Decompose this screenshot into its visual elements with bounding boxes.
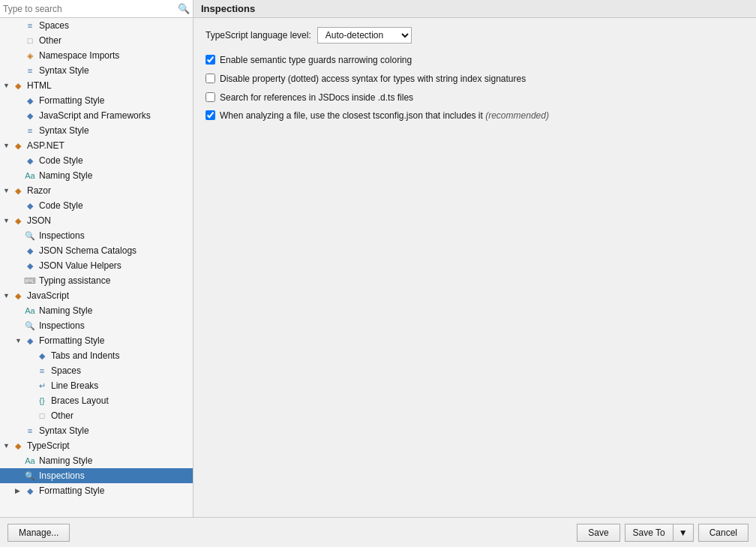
- search-input[interactable]: [3, 4, 176, 14]
- tree-label-spaces2: Spaces: [51, 365, 81, 376]
- tree-toggle-aspnet: ▼: [3, 142, 12, 149]
- tree-item-formatting-style2[interactable]: ▼◆Formatting Style: [0, 333, 193, 348]
- save-button[interactable]: Save: [577, 524, 620, 542]
- checkbox-label-cb1: Enable semantic type guards narrowing co…: [220, 54, 412, 67]
- tree-label-inspections3: Inspections: [39, 470, 85, 481]
- tree-item-aspnet[interactable]: ▼◆ASP.NET: [0, 138, 193, 153]
- tree-icon-json-value: ◆: [24, 260, 36, 272]
- tree-item-js-frameworks[interactable]: ◆JavaScript and Frameworks: [0, 108, 193, 123]
- tree-label-naming-style3: Naming Style: [39, 455, 92, 466]
- tree-item-formatting-style3[interactable]: ▶◆Formatting Style: [0, 483, 193, 498]
- tree-label-js-frameworks: JavaScript and Frameworks: [39, 110, 151, 121]
- tree-item-naming-style2[interactable]: AaNaming Style: [0, 303, 193, 318]
- tree-label-code-style2: Code Style: [39, 200, 83, 211]
- search-icon: 🔍: [178, 3, 190, 14]
- tree-icon-other1: □: [24, 35, 36, 47]
- tree-icon-json: ◆: [12, 215, 24, 227]
- tree-icon-formatting-style2: ◆: [24, 335, 36, 347]
- tree-item-typescript[interactable]: ▼◆TypeScript: [0, 438, 193, 453]
- tree-item-other2[interactable]: □Other: [0, 408, 193, 423]
- tree-label-formatting-style2: Formatting Style: [39, 335, 104, 346]
- tree-label-naming-style2: Naming Style: [39, 305, 92, 316]
- tree-item-line-breaks[interactable]: ↵Line Breaks: [0, 378, 193, 393]
- tree-icon-javascript: ◆: [12, 290, 24, 302]
- tree-item-javascript[interactable]: ▼◆JavaScript: [0, 288, 193, 303]
- right-panel: Inspections TypeScript language level: A…: [194, 0, 756, 517]
- tree-icon-razor: ◆: [12, 185, 24, 197]
- tree-label-typescript: TypeScript: [27, 440, 70, 451]
- save-to-arrow-button[interactable]: ▼: [673, 524, 694, 542]
- tree-label-syntax-style3: Syntax Style: [39, 425, 89, 436]
- tree-toggle-html: ▼: [3, 82, 12, 89]
- tree-label-typing: Typing assistance: [39, 275, 110, 286]
- tree-icon-typescript: ◆: [12, 440, 24, 452]
- tree-label-ns-imports: Namespace Imports: [39, 50, 119, 61]
- tree-item-spaces2[interactable]: ≡Spaces: [0, 363, 193, 378]
- checkbox-cb1[interactable]: [206, 55, 215, 65]
- tree-item-naming-style1[interactable]: AaNaming Style: [0, 168, 193, 183]
- tree-item-inspections3[interactable]: 🔍Inspections: [0, 468, 193, 483]
- lang-level-row: TypeScript language level: Auto-detectio…: [206, 27, 744, 44]
- tree-label-other1: Other: [39, 35, 62, 46]
- tree-item-razor[interactable]: ▼◆Razor: [0, 183, 193, 198]
- checkbox-row-cb3: Search for references in JSDocs inside .…: [206, 92, 744, 104]
- lang-level-select[interactable]: Auto-detectionTypeScript 1.xTypeScript 2…: [317, 27, 412, 44]
- tree-icon-formatting-style1: ◆: [24, 95, 36, 107]
- main-container: 🔍 ≡Spaces□Other◈Namespace Imports≡Syntax…: [0, 0, 756, 547]
- tree-label-syntax-style2: Syntax Style: [39, 125, 89, 136]
- tree-icon-naming-style1: Aa: [24, 170, 36, 182]
- right-content: TypeScript language level: Auto-detectio…: [194, 18, 756, 517]
- tree-container[interactable]: ≡Spaces□Other◈Namespace Imports≡Syntax S…: [0, 18, 193, 517]
- tree-label-html: HTML: [27, 80, 52, 91]
- tree-item-json-schema[interactable]: ◆JSON Schema Catalogs: [0, 243, 193, 258]
- tree-icon-other2: □: [36, 410, 48, 422]
- tree-item-ns-imports[interactable]: ◈Namespace Imports: [0, 48, 193, 63]
- save-to-main-button[interactable]: Save To: [625, 524, 673, 542]
- tree-icon-spaces: ≡: [24, 20, 36, 32]
- tree-item-braces[interactable]: {}Braces Layout: [0, 393, 193, 408]
- tree-icon-syntax-style2: ≡: [24, 125, 36, 137]
- tree-icon-braces: {}: [36, 395, 48, 407]
- tree-icon-code-style1: ◆: [24, 155, 36, 167]
- checkbox-label-cb3: Search for references in JSDocs inside .…: [220, 92, 413, 104]
- save-to-button-group: Save To ▼: [625, 524, 694, 542]
- tree-icon-code-style2: ◆: [24, 200, 36, 212]
- tree-item-other1[interactable]: □Other: [0, 33, 193, 48]
- search-box-container: 🔍: [0, 0, 193, 18]
- tree-icon-inspections3: 🔍: [24, 470, 36, 482]
- checkbox-cb2[interactable]: [206, 74, 215, 83]
- tree-icon-inspections2: 🔍: [24, 320, 36, 332]
- tree-toggle-formatting-style2: ▼: [15, 337, 24, 344]
- tree-icon-syntax-style1: ≡: [24, 65, 36, 77]
- tree-item-code-style2[interactable]: ◆Code Style: [0, 198, 193, 213]
- tree-label-formatting-style1: Formatting Style: [39, 95, 104, 106]
- lang-level-label: TypeScript language level:: [206, 30, 311, 41]
- bottom-right-buttons: Save Save To ▼ Cancel: [577, 524, 748, 542]
- tree-item-inspections2[interactable]: 🔍Inspections: [0, 318, 193, 333]
- tree-label-other2: Other: [51, 410, 74, 421]
- checkbox-row-cb4: When analyzing a file, use the closest t…: [206, 110, 744, 122]
- tree-label-braces: Braces Layout: [51, 395, 109, 406]
- tree-icon-spaces2: ≡: [36, 365, 48, 377]
- manage-button[interactable]: Manage...: [8, 524, 70, 542]
- tree-item-json[interactable]: ▼◆JSON: [0, 213, 193, 228]
- tree-item-inspections1[interactable]: 🔍Inspections: [0, 228, 193, 243]
- tree-item-tabs-indents[interactable]: ◆Tabs and Indents: [0, 348, 193, 363]
- tree-item-formatting-style1[interactable]: ◆Formatting Style: [0, 93, 193, 108]
- tree-icon-html: ◆: [12, 80, 24, 92]
- tree-item-html[interactable]: ▼◆HTML: [0, 78, 193, 93]
- tree-item-naming-style3[interactable]: AaNaming Style: [0, 453, 193, 468]
- checkbox-cb3[interactable]: [206, 92, 215, 102]
- tree-item-spaces[interactable]: ≡Spaces: [0, 18, 193, 33]
- tree-item-syntax-style1[interactable]: ≡Syntax Style: [0, 63, 193, 78]
- tree-item-typing[interactable]: ⌨Typing assistance: [0, 273, 193, 288]
- tree-item-syntax-style3[interactable]: ≡Syntax Style: [0, 423, 193, 438]
- checkbox-cb4[interactable]: [206, 110, 215, 120]
- tree-item-json-value[interactable]: ◆JSON Value Helpers: [0, 258, 193, 273]
- tree-item-code-style1[interactable]: ◆Code Style: [0, 153, 193, 168]
- cancel-button[interactable]: Cancel: [698, 524, 748, 542]
- tree-icon-line-breaks: ↵: [36, 380, 48, 392]
- tree-icon-json-schema: ◆: [24, 245, 36, 257]
- tree-item-syntax-style2[interactable]: ≡Syntax Style: [0, 123, 193, 138]
- right-header-title: Inspections: [194, 0, 756, 18]
